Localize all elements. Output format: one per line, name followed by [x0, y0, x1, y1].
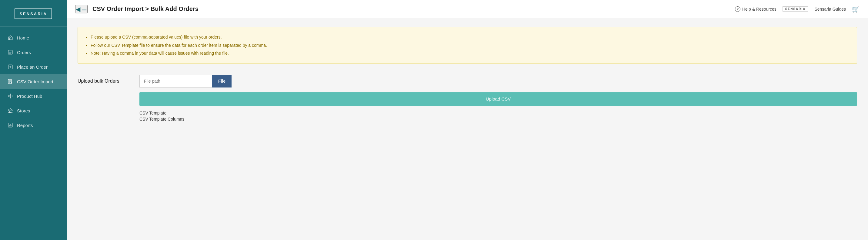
svg-rect-8 — [10, 111, 11, 113]
info-list: Please upload a CSV (comma-separated val… — [85, 33, 849, 57]
sidebar: SENSARIA Home Orders Place an Order CSV — [0, 0, 67, 240]
main-content: ◀ ☰ CSV Order Import > Bulk Add Orders ?… — [67, 0, 868, 240]
hamburger-icon: ☰ — [82, 5, 87, 13]
sensaria-guides-link[interactable]: Sensaria Guides — [814, 7, 846, 11]
page-body: Please upload a CSV (comma-separated val… — [67, 18, 868, 130]
back-arrow-icon: ◀ — [76, 5, 80, 13]
upload-label: Upload bulk Orders — [78, 78, 132, 84]
info-item-1: Please upload a CSV (comma-separated val… — [91, 33, 849, 41]
info-item-3: Note: Having a comma in your data will c… — [91, 49, 849, 57]
sidebar-logo: SENSARIA — [0, 0, 67, 27]
upload-row: Upload bulk Orders File — [78, 75, 857, 87]
help-resources-link[interactable]: ? Help & Resources — [735, 6, 776, 12]
sidebar-item-stores[interactable]: Stores — [0, 103, 67, 118]
reports-icon — [7, 122, 13, 128]
logo-text: SENSARIA — [14, 8, 52, 19]
sidebar-item-orders[interactable]: Orders — [0, 45, 67, 59]
sidebar-item-place-order-label: Place an Order — [17, 64, 48, 70]
stores-icon — [7, 108, 13, 114]
sidebar-item-place-order[interactable]: Place an Order — [0, 59, 67, 74]
menu-toggle-button[interactable]: ◀ ☰ — [75, 5, 88, 14]
help-circle-icon: ? — [735, 6, 740, 12]
info-item-2: Follow our CSV Template file to ensure t… — [91, 41, 849, 50]
sensaria-brand-logo: SENSARIA — [782, 6, 809, 11]
sidebar-item-csv-order-import[interactable]: CSV Order Import — [0, 74, 67, 89]
upload-csv-button[interactable]: Upload CSV — [140, 92, 857, 106]
sidebar-item-home[interactable]: Home — [0, 30, 67, 45]
sidebar-item-reports[interactable]: Reports — [0, 118, 67, 132]
page-title: CSV Order Import > Bulk Add Orders — [92, 5, 730, 12]
cart-icon[interactable]: 🛒 — [852, 5, 860, 13]
info-banner: Please upload a CSV (comma-separated val… — [78, 27, 857, 64]
csv-template-columns-link[interactable]: CSV Template Columns — [140, 117, 857, 122]
file-path-input[interactable] — [140, 75, 212, 87]
home-icon — [7, 35, 13, 41]
topbar: ◀ ☰ CSV Order Import > Bulk Add Orders ?… — [67, 0, 868, 18]
help-label: Help & Resources — [742, 7, 776, 11]
product-hub-icon — [7, 93, 13, 99]
sidebar-item-reports-label: Reports — [17, 123, 33, 128]
orders-icon — [7, 49, 13, 55]
sidebar-item-stores-label: Stores — [17, 108, 30, 113]
sidebar-item-csv-label: CSV Order Import — [17, 79, 53, 84]
topbar-right: ? Help & Resources SENSARIA Sensaria Gui… — [735, 5, 860, 13]
file-input-group: File — [140, 75, 231, 87]
csv-icon — [7, 78, 13, 84]
sidebar-item-product-hub[interactable]: Product Hub — [0, 89, 67, 103]
file-browse-button[interactable]: File — [212, 75, 231, 87]
sidebar-item-product-hub-label: Product Hub — [17, 94, 42, 99]
sidebar-item-orders-label: Orders — [17, 50, 31, 55]
place-order-icon — [7, 64, 13, 70]
sidebar-item-home-label: Home — [17, 35, 29, 41]
sidebar-nav: Home Orders Place an Order CSV Order Imp… — [0, 27, 67, 240]
template-links: CSV Template CSV Template Columns — [140, 111, 857, 122]
upload-section: Upload bulk Orders File Upload CSV CSV T… — [78, 75, 857, 122]
csv-template-link[interactable]: CSV Template — [140, 111, 857, 115]
